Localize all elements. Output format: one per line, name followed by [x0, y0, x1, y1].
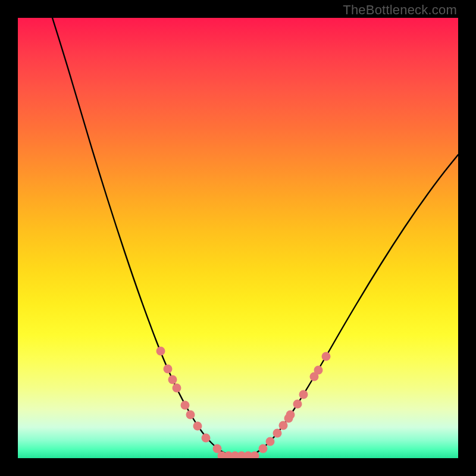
data-dot — [202, 434, 211, 443]
curve-layer — [18, 18, 458, 458]
chart-frame: TheBottleneck.com — [0, 0, 476, 476]
watermark-text: TheBottleneck.com — [343, 2, 457, 18]
data-dot — [181, 401, 190, 410]
data-dot — [259, 444, 268, 453]
plot-area — [18, 18, 458, 458]
data-dot — [164, 365, 173, 374]
data-dot — [299, 390, 308, 399]
data-dot — [266, 437, 275, 446]
data-dot — [279, 421, 288, 430]
data-dot — [286, 411, 295, 419]
data-dot — [173, 384, 181, 393]
data-dot — [273, 429, 282, 438]
data-dots — [156, 347, 331, 459]
data-dot — [314, 366, 323, 375]
data-dot — [322, 352, 331, 361]
data-dot — [193, 422, 202, 431]
data-dot — [156, 347, 165, 356]
data-dot — [293, 400, 302, 409]
data-dot — [168, 375, 177, 384]
bottleneck-curve — [52, 18, 458, 457]
data-dot — [186, 411, 195, 419]
